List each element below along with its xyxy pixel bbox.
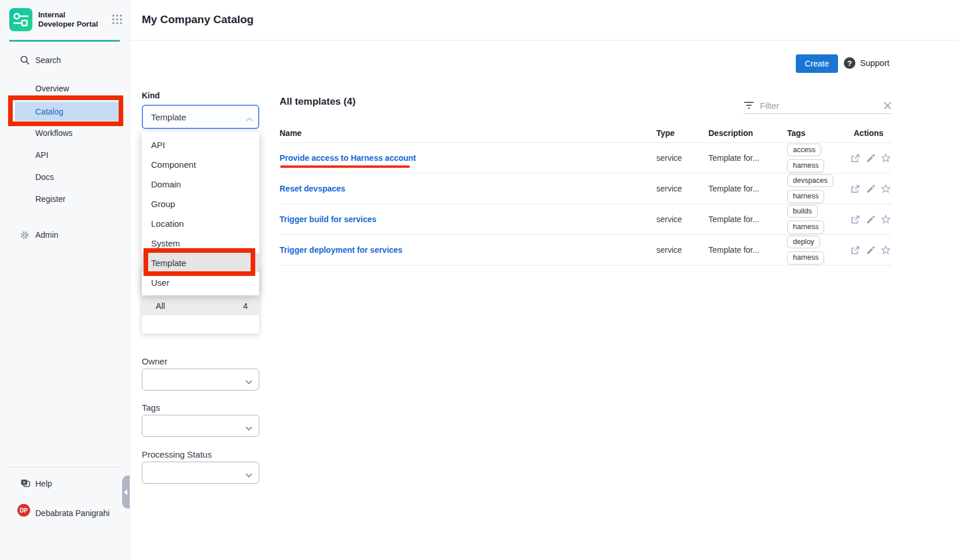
main-content: Create ? Support Kind Template API Compo…	[130, 40, 959, 560]
star-icon[interactable]	[881, 215, 891, 224]
description-cell: Template for...	[708, 245, 759, 255]
catalog-label: Catalog	[15, 107, 63, 116]
template-link[interactable]: Trigger build for services	[280, 215, 376, 224]
table-row: Trigger build for services service Templ…	[280, 204, 891, 235]
support-label: Support	[860, 58, 890, 68]
clear-filter-icon[interactable]	[883, 101, 892, 110]
kind-option-domain[interactable]: Domain	[142, 174, 259, 194]
processing-status-select[interactable]	[142, 462, 259, 484]
tags-cell: builds harness	[787, 205, 824, 234]
owner-select[interactable]	[142, 369, 259, 390]
actions-cell	[851, 153, 891, 163]
kind-dropdown-menu: API Component Domain Group Location Syst…	[142, 132, 259, 295]
kind-option-group[interactable]: Group	[142, 194, 259, 213]
templates-table: Name Type Description Tags Actions Provi…	[280, 127, 891, 266]
template-link[interactable]: Provide access to Harness account	[280, 153, 416, 163]
sidebar-item-overview[interactable]: Overview	[0, 81, 130, 96]
description-cell: Template for...	[708, 153, 759, 163]
tag-chip: devspaces	[787, 174, 833, 187]
sidebar-item-workflows[interactable]: Workflows	[0, 126, 130, 141]
kind-selected-value: Template	[143, 112, 186, 122]
sidebar-item-register[interactable]: Register	[0, 191, 130, 207]
gear-icon	[20, 230, 30, 240]
kind-option-template[interactable]: Template	[142, 253, 259, 272]
type-cell: service	[656, 184, 682, 193]
support-button[interactable]: ? Support	[844, 57, 890, 69]
edit-icon[interactable]	[866, 215, 875, 224]
open-external-icon[interactable]	[851, 184, 860, 193]
type-cell: service	[656, 153, 682, 163]
chevron-up-icon	[245, 114, 253, 124]
user-name: Debabrata Panigrahi	[35, 509, 109, 518]
edit-icon[interactable]	[866, 153, 875, 163]
user-row[interactable]: DP Debabrata Panigrahi	[0, 506, 130, 521]
star-icon[interactable]	[881, 153, 891, 163]
open-external-icon[interactable]	[851, 153, 860, 163]
tags-cell: access harness	[787, 143, 824, 172]
sidebar-collapse-handle[interactable]	[122, 476, 130, 509]
column-header-tags: Tags	[787, 128, 806, 138]
kind-select[interactable]: Template	[142, 105, 259, 129]
tag-chip: deploy	[787, 235, 820, 248]
edit-icon[interactable]	[866, 184, 875, 193]
sidebar-accent-divider	[9, 40, 120, 42]
logo-row: Internal Developer Portal	[9, 8, 123, 31]
sidebar-item-search[interactable]: Search	[0, 53, 130, 68]
api-label: API	[0, 150, 49, 160]
app-window: Internal Developer Portal Search	[0, 0, 959, 560]
tags-cell: devspaces harness	[787, 174, 833, 203]
kind-option-user[interactable]: User	[142, 272, 259, 292]
create-button[interactable]: Create	[796, 54, 838, 73]
column-header-name: Name	[280, 128, 302, 138]
table-row: Reset devspaces service Template for... …	[280, 174, 891, 204]
tag-chip: harness	[787, 221, 824, 234]
template-link[interactable]: Trigger deployment for services	[280, 245, 402, 255]
top-header: My Company Catalog	[130, 0, 959, 40]
template-link[interactable]: Reset devspaces	[280, 184, 346, 193]
tags-cell: deploy harness	[787, 235, 824, 264]
sidebar: Internal Developer Portal Search	[0, 0, 130, 560]
table-title: All templates (4)	[280, 96, 355, 108]
star-icon[interactable]	[881, 184, 891, 194]
page-title: My Company Catalog	[142, 13, 253, 26]
overview-label: Overview	[0, 84, 69, 93]
help-label: Help	[35, 479, 52, 488]
apps-grid-icon[interactable]	[112, 14, 123, 27]
question-circle-icon: ?	[844, 57, 855, 69]
sidebar-item-admin[interactable]: Admin	[0, 227, 130, 242]
tag-chip: harness	[787, 252, 824, 264]
sidebar-item-catalog[interactable]: Catalog	[15, 102, 119, 121]
all-label: All	[142, 301, 165, 311]
filter-input[interactable]	[760, 101, 870, 110]
kind-option-component[interactable]: Component	[142, 154, 259, 174]
tag-chip: builds	[787, 205, 818, 218]
tag-chip: harness	[787, 190, 824, 203]
sidebar-item-docs[interactable]: Docs	[0, 170, 130, 185]
tags-select[interactable]	[142, 415, 259, 437]
edit-icon[interactable]	[866, 245, 875, 255]
kind-option-system[interactable]: System	[142, 233, 259, 253]
open-external-icon[interactable]	[851, 245, 860, 255]
docs-label: Docs	[0, 172, 54, 182]
sidebar-item-api[interactable]: API	[0, 148, 130, 163]
all-count: 4	[243, 301, 259, 311]
tags-field-label: Tags	[142, 403, 160, 412]
kind-option-api[interactable]: API	[142, 135, 259, 154]
search-icon	[20, 55, 30, 65]
actions-cell	[851, 215, 891, 224]
user-avatar: DP	[17, 504, 30, 517]
open-external-icon[interactable]	[851, 215, 860, 224]
kind-field-label: Kind	[142, 91, 160, 100]
table-row: Provide access to Harness account servic…	[280, 143, 891, 174]
all-count-row[interactable]: All 4	[142, 296, 259, 315]
description-cell: Template for...	[708, 215, 759, 224]
sidebar-bottom-divider	[9, 467, 120, 467]
tag-chip: harness	[787, 160, 824, 172]
table-header-row: Name Type Description Tags Actions	[280, 127, 891, 143]
sidebar-item-help[interactable]: ? Help	[0, 476, 130, 491]
kind-option-location[interactable]: Location	[142, 213, 259, 233]
logo-title: Internal Developer Portal	[38, 10, 101, 30]
star-icon[interactable]	[881, 245, 891, 255]
chevron-down-icon	[245, 470, 253, 480]
processing-status-field-label: Processing Status	[142, 450, 212, 459]
